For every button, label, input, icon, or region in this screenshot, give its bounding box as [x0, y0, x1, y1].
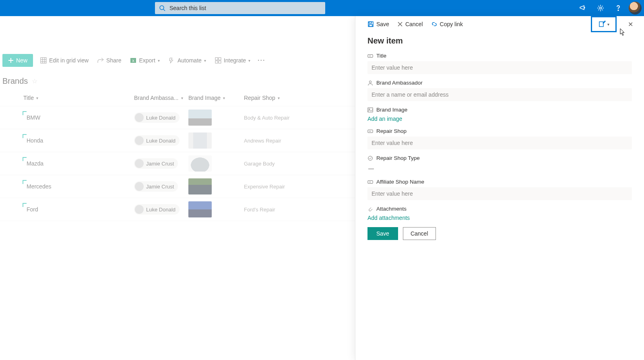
field-label: Repair Shop [376, 128, 407, 134]
svg-point-0 [160, 6, 164, 10]
row-title: Mazda [23, 160, 43, 167]
chevron-down-icon: ▾ [158, 58, 160, 63]
search-placeholder-text: Search this list [169, 5, 206, 11]
field-label: Affiliate Shop Name [376, 179, 424, 185]
svg-rect-13 [215, 58, 218, 60]
brand-thumbnail [188, 201, 212, 217]
favorite-star-icon[interactable]: ☆ [32, 77, 37, 85]
svg-rect-18 [369, 22, 372, 23]
svg-rect-6 [41, 58, 46, 63]
save-button[interactable]: Save [367, 227, 398, 240]
chevron-down-icon: ▾ [248, 58, 250, 63]
cancel-button[interactable]: Cancel [403, 227, 436, 240]
user-avatar[interactable] [629, 2, 642, 14]
automate-button[interactable]: Automate ▾ [167, 57, 208, 64]
edit-form-button[interactable]: ▾ [591, 16, 617, 32]
more-actions-button[interactable]: ··· [258, 57, 265, 64]
chevron-down-icon: ▾ [607, 22, 609, 27]
choice-icon [367, 155, 373, 161]
brand-thumbnail [188, 178, 212, 194]
field-label: Brand Image [376, 107, 407, 113]
avatar-icon [135, 136, 144, 145]
column-header-title[interactable]: Title▾ [23, 95, 134, 101]
ambassador-input[interactable] [367, 88, 632, 101]
list-title: Brands [2, 77, 28, 86]
row-shop: Body & Auto Repair [244, 115, 324, 121]
person-chip[interactable]: Jamie Crust [134, 158, 178, 169]
form-icon [599, 21, 606, 28]
megaphone-icon[interactable] [574, 0, 592, 16]
avatar-icon [135, 159, 144, 168]
avatar-icon [135, 113, 144, 122]
field-label: Title [376, 53, 386, 59]
panel-cancel-button[interactable]: Cancel [397, 21, 423, 27]
title-input[interactable] [367, 61, 632, 74]
svg-rect-19 [369, 25, 372, 27]
brand-thumbnail [188, 110, 212, 126]
panel-heading: New item [367, 36, 632, 46]
search-icon [159, 5, 165, 11]
repair-shop-input[interactable] [367, 137, 632, 149]
close-panel-button[interactable]: ✕ [625, 21, 636, 28]
svg-rect-15 [215, 61, 218, 63]
export-button[interactable]: X Export ▾ [128, 57, 161, 64]
repair-shop-type-value[interactable]: — [367, 163, 632, 173]
help-icon[interactable] [609, 0, 627, 16]
share-button[interactable]: Share [96, 57, 123, 64]
suite-header: Search this list [0, 0, 644, 16]
svg-point-3 [618, 10, 619, 11]
svg-point-30 [368, 156, 373, 160]
row-shop: Garage Body [244, 161, 324, 167]
person-chip[interactable]: Jamie Crust [134, 181, 178, 192]
settings-gear-icon[interactable] [592, 0, 609, 16]
svg-rect-14 [219, 58, 221, 60]
person-chip[interactable]: Luke Donald [134, 135, 180, 146]
integrate-button[interactable]: Integrate ▾ [213, 57, 252, 64]
affiliate-shop-input[interactable] [367, 187, 632, 200]
brand-thumbnail [188, 132, 212, 149]
person-icon [367, 80, 373, 86]
new-button[interactable]: New [2, 54, 33, 67]
excel-icon: X [130, 57, 136, 64]
panel-save-button[interactable]: Save [367, 21, 389, 27]
text-field-icon [367, 179, 373, 185]
row-shop: Andrews Repair [244, 138, 324, 144]
column-header-image[interactable]: Brand Image▾ [188, 95, 244, 101]
row-shop: Expensive Repair [244, 184, 324, 190]
svg-rect-16 [219, 61, 221, 63]
person-chip[interactable]: Luke Donald [134, 112, 180, 123]
field-label: Repair Shop Type [376, 155, 420, 161]
add-image-link[interactable]: Add an image [367, 116, 402, 122]
chevron-down-icon: ▾ [204, 58, 206, 63]
avatar-icon [135, 182, 144, 191]
edit-grid-button[interactable]: Edit in grid view [39, 57, 90, 64]
brand-thumbnail [188, 155, 212, 172]
search-box[interactable]: Search this list [155, 2, 325, 14]
attachment-icon [367, 206, 373, 212]
svg-point-25 [369, 81, 371, 83]
field-label: Attachments [376, 206, 407, 212]
text-field-icon [367, 128, 373, 134]
svg-point-27 [369, 108, 370, 110]
svg-text:X: X [132, 59, 134, 63]
image-icon [367, 107, 373, 113]
svg-rect-26 [368, 108, 373, 112]
column-header-shop[interactable]: Repair Shop▾ [244, 95, 324, 101]
avatar-icon [135, 205, 144, 214]
text-field-icon [367, 53, 373, 59]
panel-copylink-button[interactable]: Copy link [431, 21, 463, 27]
svg-rect-22 [599, 22, 603, 27]
field-label: Brand Ambassador [376, 80, 423, 86]
add-attachments-link[interactable]: Add attachments [367, 215, 410, 221]
new-item-panel: Save Cancel Copy link ▾ ✕ New item Title… [355, 16, 644, 360]
row-title: Honda [23, 137, 43, 144]
svg-point-2 [600, 7, 602, 9]
person-chip[interactable]: Luke Donald [134, 204, 180, 215]
svg-line-1 [163, 9, 165, 11]
row-title: BMW [23, 114, 40, 121]
row-title: Mercedes [23, 183, 51, 190]
row-shop: Ford's Repair [244, 207, 324, 213]
row-title: Ford [23, 206, 38, 213]
column-header-ambassador[interactable]: Brand Ambassa...▾ [134, 95, 188, 101]
